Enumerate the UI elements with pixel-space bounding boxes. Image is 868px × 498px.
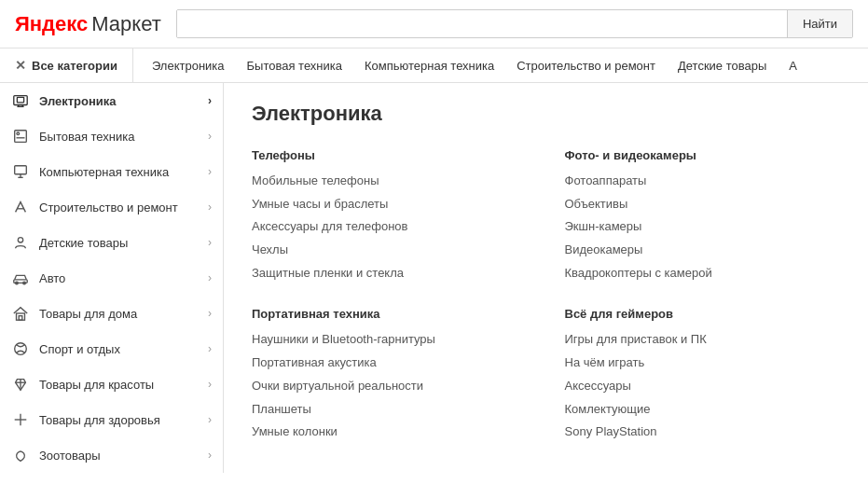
sidebar-item-pets[interactable]: Зоотовары › [0, 437, 223, 473]
cat-link-2-2[interactable]: Очки виртуальной реальности [252, 375, 528, 398]
sidebar-label-health: Товары для здоровья [39, 413, 160, 427]
search-input[interactable] [177, 10, 787, 37]
sidebar-label-home: Товары для дома [39, 307, 137, 321]
cat-group-title-2: Портативная техника [252, 307, 528, 321]
cat-link-1-3[interactable]: Видеокамеры [565, 239, 841, 262]
navbar-item-kids[interactable]: Детские товары [667, 49, 778, 82]
sidebar-label-pets: Зоотовары [39, 449, 101, 463]
cat-link-3-4[interactable]: Sony PlayStation [565, 421, 841, 444]
chevron-icon-4: › [208, 201, 212, 214]
sidebar-label-electronics: Электроника [39, 94, 117, 108]
content-area: Электроника ТелефоныМобильные телефоныУм… [224, 83, 868, 473]
search-bar: Найти [176, 9, 853, 38]
sidebar-label-appliances: Бытовая техника [39, 130, 134, 144]
cat-link-0-0[interactable]: Мобильные телефоны [252, 170, 528, 193]
sidebar-item-kids[interactable]: Детские товары › [0, 225, 223, 260]
computers-icon [11, 162, 30, 181]
cat-link-3-3[interactable]: Комлектующие [565, 398, 841, 422]
sidebar-item-computers[interactable]: Компьютерная техника › [0, 154, 223, 189]
cat-group-items-3: Игры для приставок и ПКНа чём игратьАксе… [565, 328, 841, 443]
search-button[interactable]: Найти [787, 10, 852, 37]
navbar-item-construction[interactable]: Строительство и ремонт [505, 49, 667, 82]
chevron-icon-2: › [208, 130, 212, 143]
svg-rect-1 [17, 97, 23, 102]
sidebar: Электроника › Бытовая техника › [0, 83, 224, 473]
navbar: ✕ Все категории Электроника Бытовая техн… [0, 48, 868, 83]
sidebar-item-sport[interactable]: Спорт и отдых › [0, 331, 223, 367]
svg-point-6 [17, 132, 20, 135]
cat-group-0: ТелефоныМобильные телефоныУмные часы и б… [252, 148, 528, 284]
navbar-item-computers[interactable]: Компьютерная техника [353, 49, 505, 82]
cat-group-title-1: Фото- и видеокамеры [565, 148, 841, 162]
cat-group-title-3: Всё для геймеров [565, 307, 841, 321]
pets-icon [11, 446, 30, 464]
chevron-icon-10: › [208, 413, 212, 426]
sidebar-item-beauty[interactable]: Товары для красоты › [0, 367, 223, 402]
logo-yandex: Яндекс [15, 12, 88, 36]
svg-rect-5 [15, 131, 27, 143]
sidebar-label-sport: Спорт и отдых [39, 342, 120, 356]
cat-link-2-3[interactable]: Планшеты [252, 398, 528, 422]
navbar-item-appliances[interactable]: Бытовая техника [236, 49, 353, 82]
sidebar-item-auto[interactable]: Авто › [0, 260, 223, 296]
sidebar-item-home[interactable]: Товары для дома › [0, 296, 223, 331]
health-icon [11, 410, 30, 429]
construction-icon [11, 198, 30, 216]
svg-rect-17 [19, 316, 22, 321]
svg-rect-8 [15, 166, 27, 174]
cat-link-3-1[interactable]: На чём играть [565, 352, 841, 375]
sidebar-label-construction: Строительство и ремонт [39, 201, 178, 214]
chevron-icon-3: › [208, 165, 212, 178]
sidebar-item-construction[interactable]: Строительство и ремонт › [0, 189, 223, 225]
chevron-icon-6: › [208, 271, 212, 284]
header: Яндекс Маркет Найти [0, 0, 868, 48]
sidebar-label-kids: Детские товары [39, 236, 128, 250]
sidebar-label-beauty: Товары для красоты [39, 378, 154, 392]
sidebar-label-computers: Компьютерная техника [39, 165, 169, 179]
navbar-item-electronics[interactable]: Электроника [141, 49, 236, 82]
cat-group-items-0: Мобильные телефоныУмные часы и браслетыА… [252, 170, 528, 284]
logo-market: Маркет [91, 12, 161, 36]
cat-link-0-3[interactable]: Чехлы [252, 239, 528, 262]
kids-icon [11, 233, 30, 252]
chevron-icon-5: › [208, 236, 212, 249]
cat-link-0-2[interactable]: Аксессуары для телефонов [252, 215, 528, 239]
cat-link-2-0[interactable]: Наушники и Bluetooth-гарнитуры [252, 328, 528, 352]
cat-link-1-4[interactable]: Квадрокоптеры с камерой [565, 262, 841, 285]
sidebar-item-appliances[interactable]: Бытовая техника › [0, 118, 223, 154]
cat-link-2-4[interactable]: Умные колонки [252, 421, 528, 444]
electronics-icon [11, 91, 30, 110]
cat-group-1: Фото- и видеокамерыФотоаппаратыОбъективы… [565, 148, 841, 284]
appliances-icon [11, 127, 30, 145]
svg-point-12 [18, 238, 22, 242]
sport-icon [11, 339, 30, 358]
cat-link-3-0[interactable]: Игры для приставок и ПК [565, 328, 841, 352]
svg-rect-16 [17, 313, 25, 320]
cat-link-0-4[interactable]: Защитные пленки и стекла [252, 262, 528, 285]
cat-link-3-2[interactable]: Аксессуары [565, 375, 841, 398]
cat-group-2: Портативная техникаНаушники и Bluetooth-… [252, 307, 528, 443]
cat-link-2-1[interactable]: Портативная акустика [252, 352, 528, 375]
cat-link-1-1[interactable]: Объективы [565, 193, 841, 216]
cat-group-3: Всё для геймеровИгры для приставок и ПКН… [565, 307, 841, 443]
cat-group-items-1: ФотоаппаратыОбъективыЭкшн-камерыВидеокам… [565, 170, 841, 284]
chevron-icon-9: › [208, 378, 212, 391]
cat-link-1-0[interactable]: Фотоаппараты [565, 170, 841, 193]
main-layout: Электроника › Бытовая техника › [0, 83, 868, 473]
home-icon [11, 304, 30, 323]
chevron-icon: › [208, 94, 212, 107]
cat-link-1-2[interactable]: Экшн-камеры [565, 215, 841, 239]
sidebar-item-electronics[interactable]: Электроника › [0, 83, 223, 118]
all-categories-label: Все категории [32, 59, 117, 73]
beauty-icon [11, 375, 30, 394]
chevron-icon-7: › [208, 307, 212, 320]
cat-link-0-1[interactable]: Умные часы и браслеты [252, 193, 528, 216]
navbar-item-more[interactable]: А [778, 49, 808, 82]
sidebar-item-health[interactable]: Товары для здоровья › [0, 402, 223, 437]
auto-icon [11, 269, 30, 287]
all-categories-button[interactable]: ✕ Все категории [15, 48, 133, 82]
chevron-icon-11: › [208, 449, 212, 462]
chevron-icon-8: › [208, 342, 212, 355]
logo: Яндекс Маркет [15, 12, 161, 36]
page-title: Электроника [252, 102, 840, 126]
